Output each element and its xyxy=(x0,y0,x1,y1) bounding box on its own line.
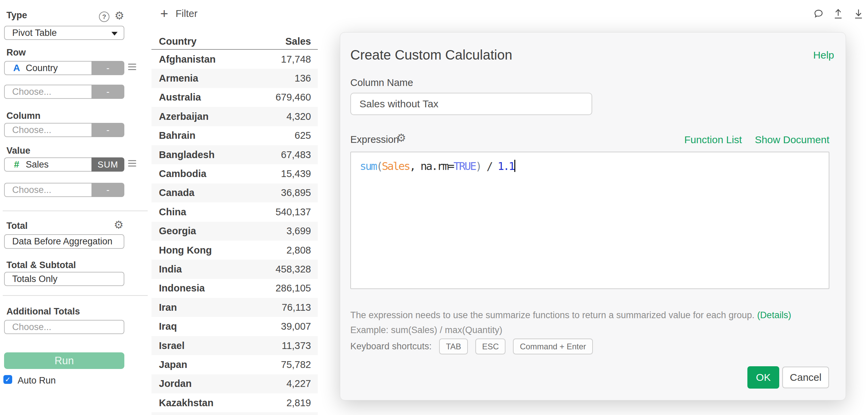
cell-country: Iraq xyxy=(159,321,177,332)
cell-sales: 17,748 xyxy=(281,54,311,65)
column-header-sales[interactable]: Sales xyxy=(285,36,311,47)
check-icon: ✓ xyxy=(5,375,11,384)
table-row: Azerbaijan4,320 xyxy=(151,107,318,126)
function-list-link[interactable]: Function List xyxy=(684,134,742,146)
auto-run-label: Auto Run xyxy=(18,375,56,386)
cell-sales: 76,113 xyxy=(282,302,311,313)
table-row: Japan75,782 xyxy=(151,355,318,374)
comment-icon[interactable] xyxy=(813,8,824,19)
row-field-country[interactable]: A Country - xyxy=(4,61,124,75)
help-icon[interactable]: ? xyxy=(99,12,109,22)
expression-code: sum(Sales, na.rm=TRUE) / 1.1 xyxy=(360,160,515,173)
auto-run-checkbox[interactable]: ✓ xyxy=(3,375,12,384)
code-token: ) xyxy=(476,160,481,173)
value-field-sales[interactable]: # Sales SUM xyxy=(4,157,124,172)
row2-agg-chip[interactable]: - xyxy=(91,85,124,99)
column-name-input[interactable] xyxy=(350,93,592,115)
column-header-country[interactable]: Country xyxy=(159,36,197,47)
cell-country: Bahrain xyxy=(159,130,195,141)
cell-country: Cambodia xyxy=(159,168,206,179)
add-filter-button[interactable]: + Filter xyxy=(160,7,198,20)
row-label: Row xyxy=(6,47,26,58)
cell-country: Azerbaijan xyxy=(159,111,209,122)
expression-label: Expression xyxy=(350,134,399,145)
value-agg-chip[interactable]: SUM xyxy=(91,157,124,172)
cell-country: Hong Kong xyxy=(159,245,212,256)
table-header: Country Sales xyxy=(151,34,318,49)
text-type-icon: A xyxy=(12,63,21,73)
cell-sales: 67,483 xyxy=(281,149,311,160)
code-token: , xyxy=(409,160,420,173)
expression-hint: The expression needs to use the summariz… xyxy=(350,310,791,321)
help-link[interactable]: Help xyxy=(813,49,834,61)
ok-button[interactable]: OK xyxy=(747,366,779,389)
expression-editor[interactable]: sum(Sales, na.rm=TRUE) / 1.1 xyxy=(350,152,829,289)
download-icon[interactable] xyxy=(853,7,864,20)
cell-sales: 679,460 xyxy=(275,92,311,103)
plus-icon: + xyxy=(160,7,168,20)
table-row: India458,328 xyxy=(151,260,318,279)
drag-handle-icon[interactable] xyxy=(128,64,136,72)
table-row: Cambodia15,439 xyxy=(151,164,318,183)
row-agg-chip[interactable]: - xyxy=(91,61,124,75)
cell-sales: 11,373 xyxy=(282,340,311,351)
table-row: Kazakhstan2,819 xyxy=(151,393,318,412)
expression-links: Function List Show Document xyxy=(684,134,829,146)
details-link[interactable]: (Details) xyxy=(757,310,791,320)
cell-country: India xyxy=(159,264,182,275)
table-row: Canada36,895 xyxy=(151,183,318,202)
gear-icon[interactable]: ⚙ xyxy=(115,10,124,21)
code-token: Sales xyxy=(382,160,409,173)
total-label: Total xyxy=(6,221,28,231)
table-row: China540,137 xyxy=(151,202,318,221)
value-field-choose[interactable]: Choose... - xyxy=(4,183,124,197)
total-gear-icon[interactable]: ⚙ xyxy=(114,219,124,230)
numeric-type-icon: # xyxy=(12,159,21,170)
table-row: Georgia3,699 xyxy=(151,222,318,241)
type-label: Type xyxy=(6,10,27,21)
total-select[interactable]: Data Before Aggregation xyxy=(4,234,124,249)
column-name-label: Column Name xyxy=(350,77,413,88)
cell-sales: 3,699 xyxy=(286,225,311,237)
create-custom-calculation-dialog: Create Custom Calculation Help Column Na… xyxy=(340,32,846,400)
cell-sales: 75,782 xyxy=(281,359,311,370)
column-field-choose[interactable]: Choose... - xyxy=(4,123,124,137)
table-row: Iraq39,007 xyxy=(151,317,318,336)
cell-sales: 4,227 xyxy=(286,378,311,389)
type-select[interactable]: Pivot Table xyxy=(4,26,124,40)
cell-sales: 286,105 xyxy=(275,283,311,294)
keyboard-shortcuts: Keyboard shortcuts: TABESCCommand + Ente… xyxy=(350,341,593,352)
drag-handle-icon[interactable] xyxy=(128,160,136,168)
column-agg-chip[interactable]: - xyxy=(91,123,124,137)
cell-sales: 458,328 xyxy=(275,264,311,275)
cell-country: Jordan xyxy=(159,378,192,389)
value2-agg-chip[interactable]: - xyxy=(91,183,124,197)
cell-sales: 625 xyxy=(295,130,311,141)
value-label: Value xyxy=(6,146,30,156)
table-row: Hong Kong2,808 xyxy=(151,241,318,260)
app-root: Type ? ⚙ Pivot Table Row A Country - Cho… xyxy=(0,0,868,415)
additional-totals-select[interactable]: Choose... xyxy=(4,320,124,334)
dialog-title: Create Custom Calculation xyxy=(350,47,512,63)
row-field-choose[interactable]: Choose... - xyxy=(4,85,124,99)
cancel-button[interactable]: Cancel xyxy=(782,367,829,388)
cell-sales: 39,007 xyxy=(281,321,311,332)
table-row: Armenia136 xyxy=(151,69,318,88)
cell-country: Canada xyxy=(159,187,194,198)
table-row: Kuwait1,094 xyxy=(151,412,318,415)
cell-sales: 136 xyxy=(295,73,311,84)
show-document-link[interactable]: Show Document xyxy=(755,134,829,146)
cell-country: Iran xyxy=(159,302,177,313)
code-token: / xyxy=(481,160,498,173)
cell-country: Bangladesh xyxy=(159,149,214,160)
upload-icon[interactable] xyxy=(833,7,844,20)
chevron-down-icon xyxy=(111,32,118,36)
code-token: ( xyxy=(376,160,382,173)
cell-country: Israel xyxy=(159,340,185,351)
code-token: = xyxy=(448,160,453,173)
run-button[interactable]: Run xyxy=(4,352,124,369)
subtotal-select[interactable]: Totals Only xyxy=(4,272,124,286)
cell-sales: 36,895 xyxy=(281,187,311,198)
expression-gear-icon[interactable]: ⚙ xyxy=(396,132,406,143)
table-row: Iran76,113 xyxy=(151,298,318,317)
